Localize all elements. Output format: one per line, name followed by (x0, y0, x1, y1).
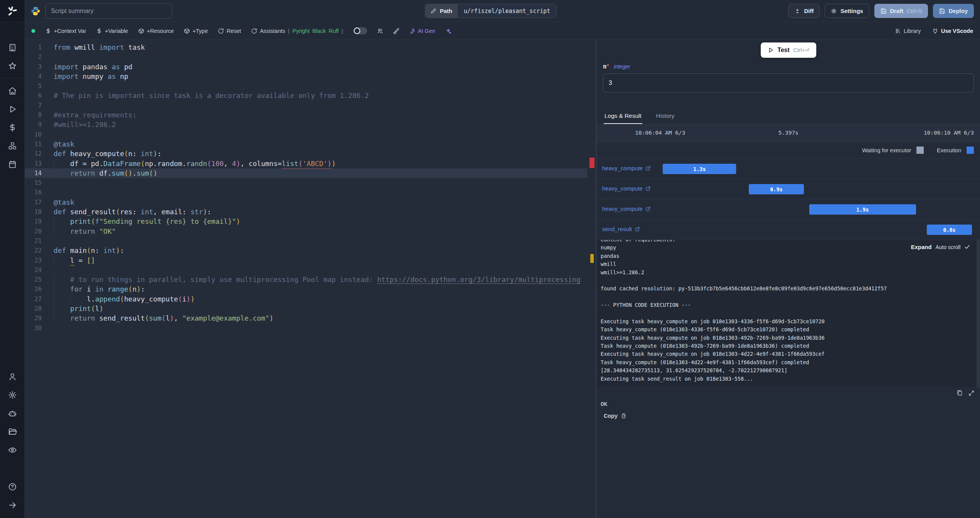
robot-icon[interactable] (0, 404, 24, 422)
add-context-var-button[interactable]: +Context Var (45, 28, 86, 34)
diff-mode-toggle[interactable] (353, 27, 367, 34)
collaborators-icon[interactable] (377, 28, 383, 34)
draft-shortcut: Ctrl+S (907, 8, 922, 14)
job-link[interactable]: heavy_compute (602, 165, 651, 171)
play-icon[interactable] (0, 100, 24, 118)
code-line (25, 101, 587, 110)
code-line (25, 178, 587, 187)
check-icon (964, 244, 970, 250)
ai-gen-button[interactable]: AI Gen (409, 28, 435, 34)
sparkles-icon[interactable] (445, 28, 451, 34)
code-line: # The pin is important since task is a d… (25, 91, 587, 100)
calendar-icon[interactable] (0, 155, 24, 173)
log-output[interactable]: content of requirements:numpypandaswmill… (597, 240, 980, 388)
code-line: l.append(heavy_compute(i)) (25, 294, 587, 304)
required-asterisk: * (607, 63, 609, 70)
code-line: import pandas as pd (25, 62, 587, 72)
execution-bar: 0.8s (927, 225, 972, 235)
library-icon (895, 28, 901, 34)
deploy-button[interactable]: Deploy (933, 4, 974, 18)
assistants-status[interactable]: Assistants (Pyright Black Ruff) (251, 28, 343, 34)
code-line: print(l) (25, 304, 587, 313)
draft-button[interactable]: Draft Ctrl+S (874, 4, 928, 18)
path-control[interactable]: Path u/rfiszel/pleasant_script (425, 4, 557, 18)
code-line: def heavy_compute(n: int): (25, 149, 587, 158)
expand-logs-button[interactable]: Expand (911, 244, 931, 250)
users-icon (377, 28, 383, 34)
eye-icon[interactable] (0, 441, 24, 459)
building-icon[interactable] (0, 38, 24, 57)
tab-history[interactable]: History (655, 109, 675, 124)
reset-button[interactable]: Reset (218, 28, 241, 34)
log-scrollbar[interactable] (977, 240, 980, 388)
execution-bar: 1.3s (663, 164, 736, 174)
code-line (25, 52, 587, 62)
copy-logs-icon[interactable] (956, 390, 963, 396)
code-line (25, 265, 587, 275)
windmill-logo[interactable] (0, 0, 24, 22)
fullscreen-icon[interactable] (968, 390, 975, 396)
path-edit-button[interactable]: Path (425, 4, 458, 18)
resources-icon[interactable] (0, 137, 24, 155)
tab-logs-result[interactable]: Logs & Result (604, 109, 642, 124)
execution-bar: 1.9s (809, 204, 916, 215)
use-vscode-button[interactable]: Use VScode (932, 28, 973, 34)
add-resource-button[interactable]: +Resource (138, 28, 174, 34)
left-sidebar (0, 0, 24, 518)
settings-button[interactable]: Settings (825, 4, 869, 18)
code-line: return send_result(sum(l), "example@exam… (25, 313, 587, 323)
code-line: df = pd.DataFrame(np.random.randn(100, 4… (25, 159, 587, 168)
add-variable-button[interactable]: +Variable (96, 28, 128, 34)
windmill-script-editor: Path u/rfiszel/pleasant_script Diff Sett… (0, 0, 980, 518)
gear-icon[interactable] (0, 386, 24, 404)
code-editor[interactable]: 1234567891011121314151617181920212223242… (24, 40, 596, 518)
draft-label: Draft (890, 8, 903, 14)
python-icon (31, 6, 41, 16)
legend-execution-label: Execution (937, 147, 961, 153)
dollar-icon[interactable] (0, 118, 24, 137)
legend-waiting-label: Waiting for executor (862, 147, 911, 153)
code-line: @task (25, 197, 587, 207)
arrow-right-icon[interactable] (0, 496, 24, 514)
package-icon (138, 28, 144, 34)
code-line: def main(n: int): (25, 246, 587, 255)
code-line: @task (25, 139, 587, 149)
job-link[interactable]: heavy_compute (602, 205, 651, 212)
script-summary-input[interactable] (45, 3, 172, 19)
code-line (25, 81, 587, 91)
gear-icon (831, 8, 837, 14)
refresh-icon (251, 28, 257, 34)
timeline-end: 10:06:10 AM 6/3 (924, 130, 974, 136)
home-icon[interactable] (0, 81, 24, 100)
code-line (25, 236, 587, 246)
folder-icon[interactable] (0, 422, 24, 441)
copy-result-button[interactable]: Copy (604, 413, 626, 419)
save-icon (939, 8, 945, 14)
star-icon[interactable] (0, 57, 24, 75)
result-value: OK (597, 398, 980, 407)
autoscroll-toggle[interactable]: Auto scroll (936, 244, 960, 250)
path-label: Path (440, 8, 452, 14)
external-link-icon (635, 226, 640, 232)
code-line (25, 323, 587, 333)
timeline-rows: heavy_compute1.3sheavy_compute0.9sheavy_… (597, 159, 980, 240)
code-line: # to run things in parallel, simply use … (25, 275, 587, 284)
code-line: return "OK" (25, 226, 587, 236)
arg-n-input[interactable] (603, 73, 974, 93)
user-icon[interactable] (0, 367, 24, 386)
help-icon[interactable] (0, 477, 24, 496)
format-brush-icon[interactable] (393, 28, 399, 34)
diff-button[interactable]: Diff (788, 4, 820, 18)
add-type-button[interactable]: +Type (184, 28, 208, 34)
settings-label: Settings (840, 8, 863, 14)
wand-icon (409, 28, 415, 34)
lint-ruff: Ruff (328, 28, 338, 34)
library-button[interactable]: Library (895, 28, 921, 34)
code-line: #extra_requirements: (25, 110, 587, 120)
dollar-icon (96, 28, 102, 34)
job-link[interactable]: send_result (602, 226, 640, 232)
timeline-legend: Waiting for executor Execution (597, 142, 980, 159)
job-link[interactable]: heavy_compute (602, 185, 651, 192)
timeline-row: heavy_compute1.9s (597, 199, 980, 220)
test-button[interactable]: Test Ctrl+⏎ (761, 42, 816, 58)
